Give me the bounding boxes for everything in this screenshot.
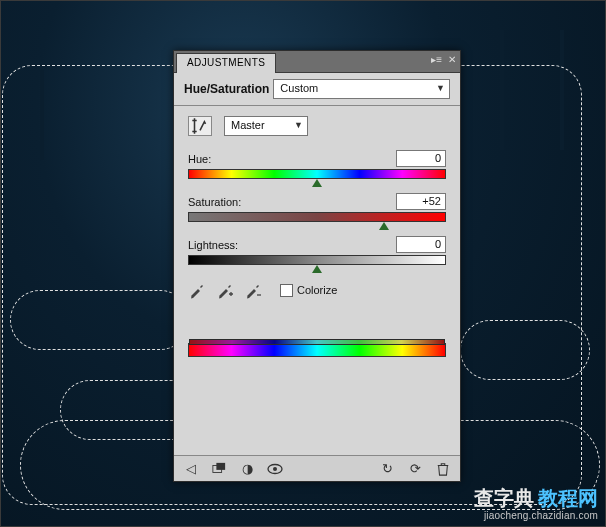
colorize-checkbox[interactable] — [280, 284, 293, 297]
eyedropper-icon[interactable] — [188, 281, 206, 299]
lightness-slider-thumb[interactable] — [312, 265, 322, 273]
adjustments-panel: ADJUSTMENTS ▸≡ ✕ Hue/Saturation Custom M… — [173, 50, 461, 482]
hue-slider-thumb[interactable] — [312, 179, 322, 187]
channel-select[interactable]: Master — [224, 116, 308, 136]
watermark-url: jiaocheng.chazidian.com — [474, 510, 598, 522]
watermark: 查字典教程网 jiaocheng.chazidian.com — [474, 487, 598, 522]
hue-slider[interactable] — [188, 169, 446, 179]
svg-rect-1 — [216, 462, 225, 469]
hue-label: Hue: — [188, 153, 211, 165]
saturation-value-input[interactable]: +52 — [396, 193, 446, 210]
preset-select[interactable]: Custom — [273, 79, 450, 99]
hue-value-input[interactable]: 0 — [396, 150, 446, 167]
close-icon[interactable]: ✕ — [448, 54, 456, 65]
target-adjust-icon[interactable] — [188, 116, 212, 136]
eyedropper-minus-icon[interactable] — [244, 281, 262, 299]
reset-icon[interactable]: ⟳ — [406, 461, 424, 477]
hue-slider-block: Hue: 0 — [188, 150, 446, 179]
lightness-slider[interactable] — [188, 255, 446, 265]
eyedropper-plus-icon[interactable] — [216, 281, 234, 299]
lightness-label: Lightness: — [188, 239, 238, 251]
saturation-slider[interactable] — [188, 212, 446, 222]
new-adjustment-layer-icon[interactable] — [210, 461, 228, 477]
color-spectrum-bar — [188, 343, 446, 357]
saturation-slider-block: Saturation: +52 — [188, 193, 446, 222]
trash-icon[interactable] — [434, 461, 452, 477]
colorize-label: Colorize — [297, 284, 337, 296]
watermark-text-accent: 教程网 — [538, 487, 598, 509]
lightness-slider-block: Lightness: 0 — [188, 236, 446, 265]
previous-state-icon[interactable]: ↻ — [378, 461, 396, 477]
saturation-slider-thumb[interactable] — [379, 222, 389, 230]
clip-to-layer-icon[interactable]: ◑ — [238, 461, 256, 477]
marquee-selection — [460, 320, 590, 380]
visibility-icon[interactable] — [266, 461, 284, 477]
back-icon[interactable]: ◁ — [182, 461, 200, 477]
panel-menu-icon[interactable]: ▸≡ — [431, 54, 442, 65]
panel-tab-bar: ADJUSTMENTS ▸≡ ✕ — [174, 51, 460, 73]
tab-adjustments[interactable]: ADJUSTMENTS — [176, 53, 276, 73]
marquee-selection — [10, 290, 190, 350]
lightness-value-input[interactable]: 0 — [396, 236, 446, 253]
watermark-text-zh: 查字典 — [474, 487, 534, 509]
adjustment-title: Hue/Saturation — [184, 82, 269, 96]
saturation-label: Saturation: — [188, 196, 241, 208]
svg-point-3 — [273, 467, 277, 471]
